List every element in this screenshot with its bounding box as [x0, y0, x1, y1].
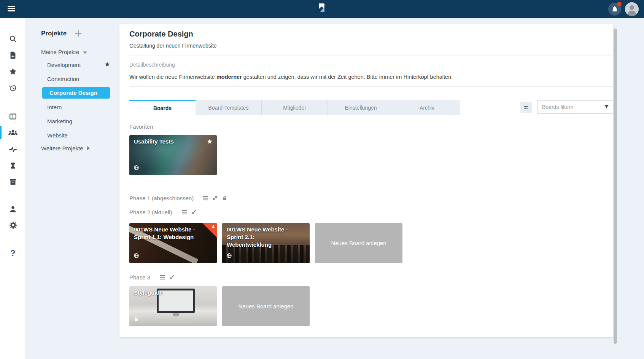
app-logo-icon[interactable] [316, 3, 327, 16]
project-detail-panel: Corporate Design Gestaltung der neuen Fi… [119, 24, 613, 337]
board-card-usability-tests[interactable]: Usability Tests [129, 135, 217, 175]
phase-2-header: Phase 2 (aktuell) [129, 208, 613, 216]
divider [129, 86, 613, 87]
projects-panel: Projekte Meine Projekte Development Cons… [26, 18, 121, 152]
menu-icon[interactable] [203, 196, 208, 201]
icon-sidebar: ? [0, 18, 26, 359]
notification-badge [617, 2, 622, 6]
new-board-button[interactable]: Neues Board anlegen [315, 223, 402, 263]
favorite-star-icon[interactable] [104, 61, 110, 69]
tune-icon [523, 104, 530, 111]
globe-icon [226, 253, 232, 260]
avatar-photo [625, 2, 639, 16]
filter-funnel-icon [603, 103, 610, 112]
project-description: Wir wollen die neue Firmenwebsite modern… [129, 73, 613, 80]
settings-gear-icon[interactable] [0, 217, 26, 233]
board-card-styleguide[interactable]: Styleguide [129, 286, 217, 326]
globe-icon [134, 253, 139, 260]
tab-board-templates[interactable]: Board-Templates [196, 100, 262, 115]
new-document-icon[interactable] [0, 47, 26, 63]
phase-label: Phase 1 (abgeschlossen) [129, 195, 194, 201]
tabs-row: Boards Board-Templates Mitglieder Einste… [129, 100, 613, 115]
favorites-star-icon[interactable] [0, 63, 26, 80]
expand-icon[interactable] [212, 195, 218, 201]
profile-icon[interactable] [0, 201, 26, 217]
globe-icon [134, 165, 139, 172]
project-item-construction[interactable]: Construction [26, 73, 114, 85]
chevron-right-icon [87, 145, 90, 152]
project-item-corporate-design[interactable]: Corporate Design [26, 87, 114, 99]
tab-archiv[interactable]: Archiv [394, 100, 460, 115]
project-item-development[interactable]: Development [26, 59, 114, 70]
phase-label: Phase 3 [129, 274, 150, 281]
hourglass-icon[interactable] [0, 157, 26, 174]
phase-3-header: Phase 3 [129, 273, 613, 281]
search-icon[interactable] [0, 30, 26, 47]
new-board-button[interactable]: Neues Board anlegen [222, 286, 310, 326]
collapse-icon[interactable] [191, 209, 197, 215]
activity-pulse-icon[interactable] [0, 141, 26, 157]
archive-icon[interactable] [0, 174, 26, 190]
user-avatar[interactable] [625, 2, 639, 16]
boards-filter-input[interactable] [537, 100, 613, 114]
vertical-scrollbar[interactable] [614, 29, 617, 344]
boards-icon[interactable] [0, 108, 26, 124]
bell-icon [611, 5, 619, 13]
detail-description-label: Detailbeschreibung [129, 62, 613, 68]
collapse-icon[interactable] [169, 274, 175, 280]
projects-panel-title: Projekte [41, 30, 67, 37]
lock-icon [134, 316, 139, 323]
card-count-badge [202, 223, 217, 238]
divider [129, 186, 613, 186]
page-subtitle: Gestaltung der neuen Firmenwebsite [129, 42, 613, 49]
phase-1-header: Phase 1 (abgeschlossen) [129, 194, 613, 202]
menu-icon[interactable] [159, 275, 165, 280]
history-icon[interactable] [0, 80, 26, 96]
active-project-highlight: Corporate Design [42, 87, 110, 99]
menu-icon[interactable] [181, 210, 187, 215]
board-card-sprint-2-1[interactable]: 001WS Neue Website - Sprint 2.1: Webentw… [222, 223, 310, 263]
top-bar [0, 0, 644, 18]
add-project-icon[interactable] [75, 30, 82, 37]
tab-einstellungen[interactable]: Einstellungen [328, 100, 394, 115]
project-item-intern[interactable]: Intern [26, 101, 114, 113]
members-icon[interactable] [0, 124, 26, 141]
view-options-button[interactable] [520, 102, 532, 113]
page-title: Corporate Design [129, 29, 613, 39]
divider [129, 56, 613, 56]
hamburger-menu-icon[interactable] [8, 5, 16, 13]
chevron-down-icon [83, 49, 87, 55]
project-item-website[interactable]: Website [26, 129, 114, 141]
favorites-section-label: Favoriten [129, 123, 613, 130]
favorite-star-icon[interactable] [207, 138, 213, 146]
project-item-marketing[interactable]: Marketing [26, 115, 114, 127]
card-count-value: 4 [212, 224, 215, 230]
lock-icon [222, 195, 227, 201]
tab-mitglieder[interactable]: Mitglieder [262, 100, 328, 115]
phase-label: Phase 2 (aktuell) [129, 209, 172, 215]
help-icon[interactable]: ? [0, 245, 26, 261]
notifications-button[interactable] [608, 3, 621, 16]
project-group-weitere-projekte[interactable]: Weitere Projekte [41, 144, 121, 152]
board-card-sprint-1-1[interactable]: 001WS Neue Website - Sprint 1.1: Webdesi… [129, 223, 217, 263]
project-group-meine-projekte[interactable]: Meine Projekte [41, 48, 121, 56]
tab-boards[interactable]: Boards [129, 100, 196, 115]
